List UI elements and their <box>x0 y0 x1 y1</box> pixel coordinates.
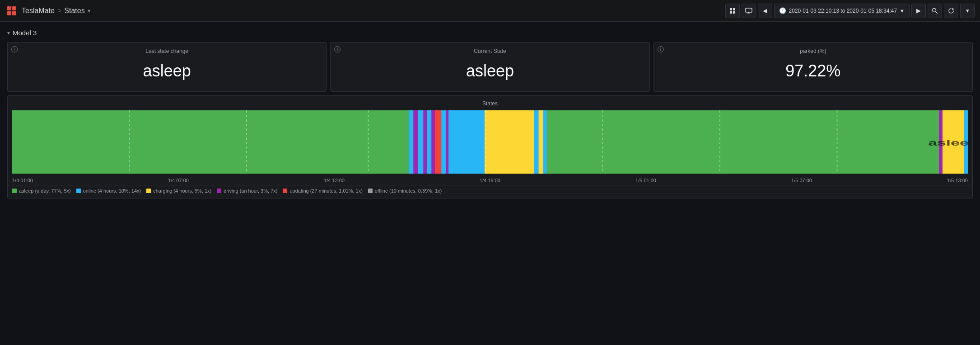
model-header[interactable]: ▾ Model 3 <box>7 29 973 37</box>
svg-rect-6 <box>730 11 732 14</box>
breadcrumb: TeslaMate > States ▼ <box>22 7 92 15</box>
legend-color-driving <box>217 189 221 193</box>
last-state-change-panel: i Last state change asleep <box>7 42 327 92</box>
more-button[interactable]: ▾ <box>960 4 975 18</box>
legend-color-asleep <box>12 189 17 193</box>
display-button[interactable] <box>725 4 740 18</box>
current-state-value: asleep <box>337 61 643 80</box>
svg-rect-60 <box>427 110 431 174</box>
legend-item-driving: driving (an hour, 3%, 7x) <box>217 188 277 194</box>
model-name: Model 3 <box>13 29 37 37</box>
svg-rect-68 <box>539 110 543 174</box>
svg-rect-1 <box>12 6 16 10</box>
svg-rect-69 <box>543 110 547 174</box>
legend-label-offline: offline (10 minutes, 0.39%, 1x) <box>375 188 442 194</box>
current-state-panel: i Current State asleep <box>330 42 649 92</box>
svg-rect-7 <box>733 11 735 14</box>
last-state-change-value: asleep <box>14 61 320 80</box>
refresh-button[interactable] <box>944 4 958 18</box>
chart-title: States <box>8 100 972 107</box>
svg-rect-10 <box>748 12 749 13</box>
time-label-6: 1/5 13:00 <box>947 178 968 183</box>
monitor-button[interactable] <box>742 4 756 18</box>
svg-rect-65 <box>448 110 485 174</box>
time-axis: 1/4 01:00 1/4 07:00 1/4 13:00 1/4 19:00 … <box>8 176 972 185</box>
current-state-label: Current State <box>337 47 643 54</box>
time-label-5: 1/5 07:00 <box>791 178 812 183</box>
breadcrumb-sep: > <box>57 7 61 15</box>
time-label-2: 1/4 13:00 <box>324 178 345 183</box>
svg-rect-59 <box>423 110 427 174</box>
svg-rect-58 <box>418 110 423 174</box>
time-label-3: 1/4 19:00 <box>480 178 500 183</box>
legend-color-offline <box>368 189 373 193</box>
parked-pct-panel: i parked (%) 97.22% <box>653 42 973 92</box>
svg-rect-67 <box>534 110 539 174</box>
info-icon-last-state[interactable]: i <box>11 46 18 52</box>
time-range-label: 2020-01-03 22:10:13 to 2020-01-05 18:34:… <box>789 8 897 14</box>
legend-item-offline: offline (10 minutes, 0.39%, 1x) <box>368 188 442 194</box>
svg-rect-8 <box>746 8 752 12</box>
app-name: TeslaMate <box>22 7 55 15</box>
svg-rect-5 <box>733 8 735 10</box>
states-chart-panel: States <box>7 95 973 198</box>
legend-item-charging: charging (4 hours, 9%, 1x) <box>146 188 211 194</box>
svg-rect-55 <box>12 110 409 174</box>
svg-rect-66 <box>485 110 534 174</box>
chart-legend: asleep (a day, 77%, 5x) online (4 hours,… <box>8 185 972 198</box>
chevron-down-icon: ▾ <box>7 30 10 36</box>
next-button[interactable]: ▶ <box>911 4 926 18</box>
app-icon <box>5 5 18 17</box>
legend-item-updating: updating (27 minutes, 1.01%, 1x) <box>283 188 362 194</box>
legend-label-online: online (4 hours, 10%, 14x) <box>83 188 141 194</box>
time-label-4: 1/5 01:00 <box>635 178 656 183</box>
time-range-button[interactable]: 🕐 2020-01-03 22:10:13 to 2020-01-05 18:3… <box>774 4 910 18</box>
page-name[interactable]: States ▼ <box>64 7 91 15</box>
legend-label-charging: charging (4 hours, 9%, 1x) <box>153 188 211 194</box>
svg-point-11 <box>933 8 936 12</box>
main-content: ▾ Model 3 i Last state change asleep i C… <box>0 22 980 206</box>
svg-rect-64 <box>446 110 448 174</box>
svg-rect-3 <box>12 11 16 15</box>
svg-rect-56 <box>409 110 413 174</box>
svg-line-12 <box>936 12 938 14</box>
time-label-1: 1/4 07:00 <box>168 178 189 183</box>
legend-color-updating <box>283 189 287 193</box>
legend-label-updating: updating (27 minutes, 1.01%, 1x) <box>289 188 362 194</box>
topbar: TeslaMate > States ▼ ◀ 🕐 <box>0 0 980 22</box>
time-label-0: 1/4 01:00 <box>12 178 33 183</box>
svg-rect-63 <box>441 110 446 174</box>
svg-rect-57 <box>413 110 418 174</box>
legend-label-driving: driving (an hour, 3%, 7x) <box>224 188 277 194</box>
topbar-left: TeslaMate > States ▼ <box>5 5 92 17</box>
svg-rect-4 <box>730 8 732 10</box>
svg-text:asleep: asleep <box>928 138 968 147</box>
svg-rect-2 <box>7 11 11 15</box>
last-state-change-label: Last state change <box>14 47 320 54</box>
zoom-button[interactable] <box>928 4 942 18</box>
parked-pct-value: 97.22% <box>660 61 966 80</box>
parked-pct-label: parked (%) <box>660 47 966 54</box>
legend-color-charging <box>146 189 151 193</box>
states-svg: asleep <box>12 110 968 174</box>
svg-rect-61 <box>431 110 435 174</box>
prev-button[interactable]: ◀ <box>758 4 772 18</box>
svg-rect-0 <box>7 6 11 10</box>
svg-rect-70 <box>547 110 939 174</box>
legend-item-asleep: asleep (a day, 77%, 5x) <box>12 188 71 194</box>
topbar-right: ◀ 🕐 2020-01-03 22:10:13 to 2020-01-05 18… <box>725 4 975 18</box>
svg-rect-62 <box>435 110 441 174</box>
info-icon-parked[interactable]: i <box>658 46 664 52</box>
chart-area: asleep <box>12 110 968 176</box>
legend-item-online: online (4 hours, 10%, 14x) <box>76 188 141 194</box>
legend-color-online <box>76 189 81 193</box>
stat-panels: i Last state change asleep i Current Sta… <box>7 42 973 92</box>
legend-label-asleep: asleep (a day, 77%, 5x) <box>19 188 71 194</box>
